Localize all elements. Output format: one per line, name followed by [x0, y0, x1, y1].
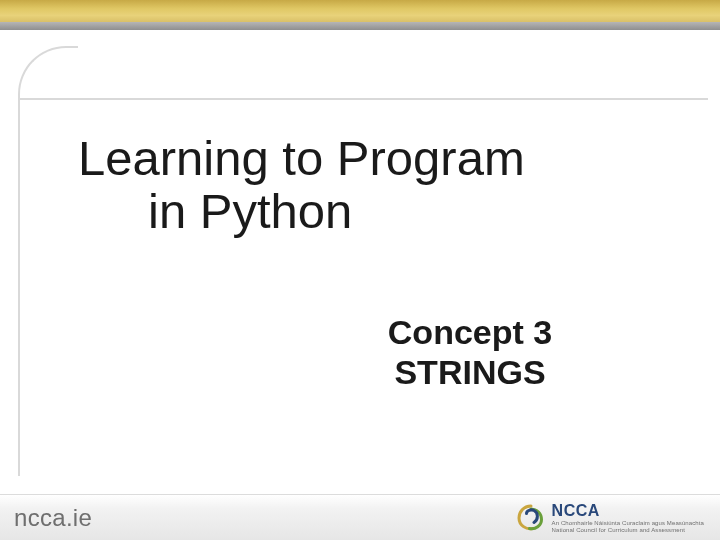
title-line-2: in Python	[78, 185, 598, 238]
footer-logo-area: NCCA An Chomhairle Náisiúnta Curaclaim a…	[516, 503, 704, 533]
slide: Learning to Program in Python Concept 3 …	[0, 0, 720, 540]
frame-left-rule	[18, 100, 20, 476]
ncca-fullname-ga: An Chomhairle Náisiúnta Curaclaim agus M…	[552, 520, 704, 526]
slide-subtitle: Concept 3 STRINGS	[320, 312, 620, 392]
frame-top-rule	[18, 98, 708, 100]
ncca-swirl-icon	[516, 503, 546, 533]
ncca-text: NCCA An Chomhairle Náisiúnta Curaclaim a…	[552, 503, 704, 533]
footer-bar: ncca.ie NCCA An Chomhairle Náisiúnta Cur…	[0, 494, 720, 540]
footer-site-text: ncca.ie	[14, 504, 92, 532]
ncca-abbr: NCCA	[552, 503, 704, 519]
frame-corner	[18, 46, 78, 106]
top-accent-band	[0, 0, 720, 22]
subtitle-line-1: Concept 3	[320, 312, 620, 352]
subtitle-line-2: STRINGS	[320, 352, 620, 392]
slide-title: Learning to Program in Python	[78, 132, 598, 238]
ncca-fullname-en: National Council for Curriculum and Asse…	[552, 527, 704, 533]
ncca-logo: NCCA An Chomhairle Náisiúnta Curaclaim a…	[516, 503, 704, 533]
title-line-1: Learning to Program	[78, 132, 598, 185]
